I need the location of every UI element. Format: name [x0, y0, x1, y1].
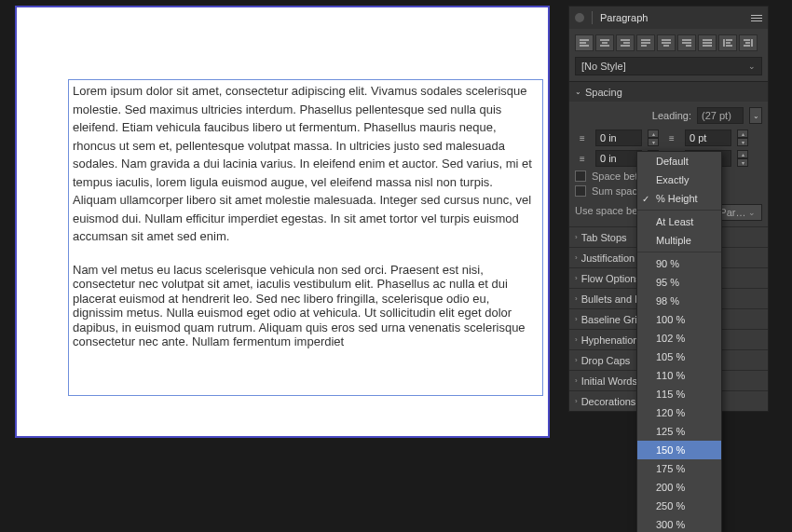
left-indent-icon: ≡ — [575, 133, 590, 143]
space-before-icon: ≡ — [664, 133, 679, 143]
dropdown-separator — [637, 210, 721, 211]
leading-option-100[interactable]: 100 % — [637, 310, 721, 329]
leading-option-250[interactable]: 250 % — [637, 497, 721, 515]
align-left-button[interactable] — [575, 34, 594, 51]
justify-right-button[interactable] — [677, 34, 696, 51]
space-between-checkbox[interactable] — [575, 171, 586, 182]
dropdown-separator — [637, 252, 721, 252]
space-before-stepper[interactable]: ▴▾ — [737, 130, 748, 146]
justify-center-button[interactable] — [657, 34, 676, 51]
leading-option-125[interactable]: 125 % — [637, 422, 721, 441]
leading-option-105[interactable]: 105 % — [637, 348, 721, 366]
panel-title: Paragraph — [600, 12, 744, 23]
leading-option-115[interactable]: 115 % — [637, 385, 721, 403]
chevron-down-icon: ⌄ — [575, 88, 581, 96]
justify-left-button[interactable] — [636, 34, 655, 51]
justify-all-button[interactable] — [698, 34, 717, 51]
leading-option-90[interactable]: 90 % — [637, 254, 721, 273]
spacing-section-header[interactable]: ⌄ Spacing — [569, 81, 768, 102]
align-center-button[interactable] — [595, 34, 614, 51]
panel-header: Paragraph — [569, 7, 768, 29]
sum-space-checkbox[interactable] — [575, 185, 586, 197]
leading-option-120[interactable]: 120 % — [637, 403, 721, 422]
leading-option-300[interactable]: 300 % — [637, 515, 721, 532]
leading-option-pct-height[interactable]: % Height — [637, 189, 721, 208]
leading-option-multiple[interactable]: Multiple — [637, 231, 721, 250]
paragraph-2[interactable]: Nam vel metus eu lacus scelerisque vehic… — [73, 263, 539, 350]
leading-option-200[interactable]: 200 % — [637, 478, 721, 497]
paragraph-style-dropdown[interactable]: [No Style] ⌄ — [575, 57, 762, 75]
space-before-field[interactable]: 0 pt — [685, 130, 731, 146]
align-away-spine-button[interactable] — [739, 34, 758, 51]
alignment-toolbar — [569, 29, 768, 57]
leading-dropdown-button[interactable]: ⌄ — [749, 107, 762, 124]
text-frame[interactable]: Lorem ipsum dolor sit amet, consectetur … — [68, 79, 543, 396]
leading-option-98[interactable]: 98 % — [637, 292, 721, 310]
leading-option-102[interactable]: 102 % — [637, 329, 721, 348]
paragraph-1[interactable]: Lorem ipsum dolor sit amet, consectetur … — [73, 82, 539, 246]
paragraph-style-value: [No Style] — [581, 61, 626, 72]
chevron-down-icon: ⌄ — [748, 61, 756, 71]
section-label: Spacing — [585, 87, 622, 98]
leading-dropdown-popup: Default Exactly % Height At Least Multip… — [636, 151, 722, 532]
leading-option-175[interactable]: 175 % — [637, 459, 721, 478]
leading-option-95[interactable]: 95 % — [637, 273, 721, 292]
leading-option-110[interactable]: 110 % — [637, 366, 721, 385]
document-canvas[interactable]: Lorem ipsum dolor sit amet, consectetur … — [17, 7, 548, 436]
header-separator — [592, 11, 593, 24]
leading-option-default[interactable]: Default — [637, 152, 721, 171]
panel-menu-icon[interactable] — [751, 15, 762, 21]
leading-option-at-least[interactable]: At Least — [637, 212, 721, 231]
leading-option-exactly[interactable]: Exactly — [637, 171, 721, 189]
left-indent-stepper[interactable]: ▴▾ — [648, 130, 659, 146]
close-icon[interactable] — [575, 13, 584, 22]
align-towards-spine-button[interactable] — [718, 34, 737, 51]
space-after-stepper[interactable]: ▴▾ — [737, 150, 748, 167]
right-indent-field[interactable]: 0 in — [595, 150, 642, 167]
leading-value-field[interactable]: (27 pt) — [697, 107, 744, 124]
leading-label: Leading: — [652, 110, 691, 121]
align-right-button[interactable] — [616, 34, 635, 51]
right-indent-icon: ≡ — [575, 154, 590, 164]
leading-option-150[interactable]: 150 % — [637, 441, 721, 459]
left-indent-field[interactable]: 0 in — [595, 130, 642, 146]
